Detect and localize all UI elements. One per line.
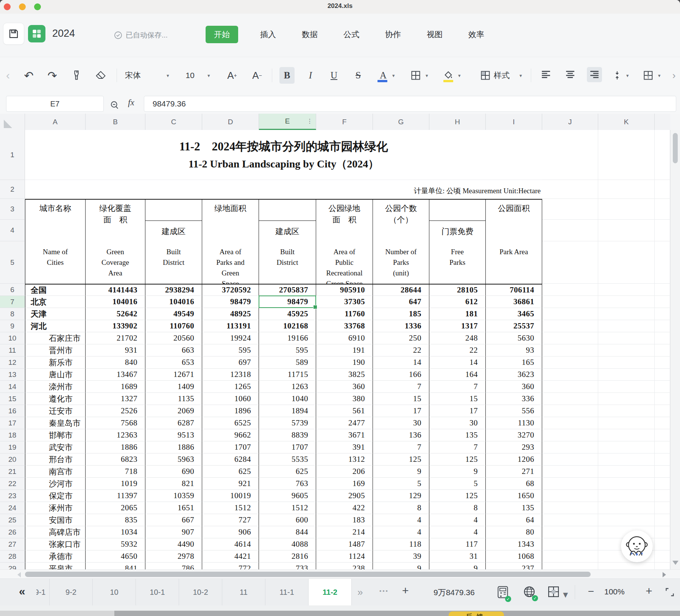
empty-cell[interactable] xyxy=(598,180,655,199)
empty-cell[interactable] xyxy=(598,563,655,569)
empty-cell[interactable] xyxy=(598,429,655,441)
city-name-cell[interactable]: 遵化市 xyxy=(25,393,86,405)
empty-cell[interactable] xyxy=(655,441,670,453)
row-header-28[interactable]: 28 xyxy=(0,550,25,563)
value-cell[interactable]: 190 xyxy=(316,356,373,369)
document-name[interactable]: 2024 xyxy=(52,28,75,39)
next-sheets-button[interactable]: » xyxy=(357,586,363,598)
value-cell[interactable]: 15 xyxy=(429,393,486,405)
value-cell[interactable]: 6910 xyxy=(316,332,373,344)
value-cell[interactable]: 113191 xyxy=(202,320,259,332)
value-cell[interactable]: 422 xyxy=(316,502,373,514)
increase-font-button[interactable]: A+ xyxy=(223,67,241,84)
column-header-C[interactable]: C xyxy=(145,114,202,130)
empty-cell[interactable] xyxy=(542,308,598,320)
sheet-list-button[interactable]: … xyxy=(379,583,388,594)
value-cell[interactable]: 7 xyxy=(373,381,429,393)
zoom-selection-button[interactable] xyxy=(108,97,121,114)
value-cell[interactable]: 697 xyxy=(202,356,259,369)
value-cell[interactable]: 625 xyxy=(259,466,316,478)
calculation-status-button[interactable]: ✓ xyxy=(497,586,508,600)
value-cell[interactable]: 556 xyxy=(486,405,542,417)
value-cell[interactable]: 3720592 xyxy=(202,284,259,296)
sheet-title-cell[interactable]: 11-2 2024年按城市分列的城市园林绿化11-2 Urban Landsca… xyxy=(25,130,542,180)
value-cell[interactable]: 10359 xyxy=(145,490,202,502)
row-header-19[interactable]: 19 xyxy=(0,441,25,453)
city-name-cell[interactable]: 武安市 xyxy=(25,441,86,453)
bold-button[interactable]: B xyxy=(279,67,295,84)
zoom-level[interactable]: 100% xyxy=(604,587,625,596)
value-cell[interactable]: 1135 xyxy=(145,393,202,405)
empty-cell[interactable] xyxy=(655,356,670,369)
sheet-tab-9-2[interactable]: 9-2 xyxy=(50,579,93,606)
value-cell[interactable]: 5 xyxy=(373,478,429,490)
row-header-16[interactable]: 16 xyxy=(0,405,25,417)
city-name-cell[interactable]: 河北 xyxy=(25,320,86,332)
value-cell[interactable]: 907 xyxy=(145,526,202,538)
row-header-11[interactable]: 11 xyxy=(0,344,25,356)
value-cell[interactable]: 821 xyxy=(145,478,202,490)
empty-cell[interactable] xyxy=(598,393,655,405)
value-cell[interactable]: 1886 xyxy=(86,441,145,453)
value-cell[interactable]: 4088 xyxy=(259,538,316,550)
status-sum-value[interactable]: 9万8479.36 xyxy=(434,587,475,598)
borders-button[interactable] xyxy=(408,67,423,84)
sheet-tab-9-1[interactable]: 9-1 xyxy=(36,579,50,606)
empty-cell[interactable] xyxy=(655,514,670,526)
city-name-cell[interactable]: 秦皇岛市 xyxy=(25,417,86,429)
fill-color-button[interactable] xyxy=(441,67,456,84)
empty-cell[interactable] xyxy=(598,453,655,466)
value-cell[interactable]: 271 xyxy=(486,466,542,478)
empty-cell[interactable] xyxy=(655,284,670,296)
row-header-20[interactable]: 20 xyxy=(0,453,25,466)
sheet-tab-10-2[interactable]: 10-2 xyxy=(179,579,222,606)
row-header-24[interactable]: 24 xyxy=(0,502,25,514)
empty-cell[interactable] xyxy=(655,180,670,199)
value-cell[interactable]: 12363 xyxy=(86,429,145,441)
empty-cell[interactable] xyxy=(655,405,670,417)
value-cell[interactable]: 7 xyxy=(429,381,486,393)
empty-cell[interactable] xyxy=(655,429,670,441)
empty-cell[interactable] xyxy=(542,405,598,417)
city-name-cell[interactable]: 迁安市 xyxy=(25,405,86,417)
value-cell[interactable]: 1896 xyxy=(202,405,259,417)
empty-cell[interactable] xyxy=(542,429,598,441)
empty-cell[interactable] xyxy=(542,130,598,180)
value-cell[interactable]: 98479 xyxy=(202,296,259,308)
value-cell[interactable]: 1512 xyxy=(202,502,259,514)
column-header-E[interactable]: E⋮ xyxy=(259,114,316,130)
empty-cell[interactable] xyxy=(655,320,670,332)
value-cell[interactable]: 9 xyxy=(429,466,486,478)
fill-color-caret-icon[interactable]: ▾ xyxy=(458,67,461,84)
undo-button[interactable]: ↶ xyxy=(21,67,36,84)
empty-cell[interactable] xyxy=(542,490,598,502)
empty-cell[interactable] xyxy=(542,417,598,429)
empty-cell[interactable] xyxy=(598,296,655,308)
borders-caret-icon[interactable]: ▾ xyxy=(426,67,428,84)
underline-button[interactable]: U xyxy=(326,67,342,84)
value-cell[interactable]: 45925 xyxy=(259,308,316,320)
table-header-col-B[interactable]: 绿化覆盖 面 积Green Coverage Area xyxy=(86,199,145,284)
font-family-caret-icon[interactable]: ▾ xyxy=(167,67,169,84)
value-cell[interactable]: 1130 xyxy=(486,417,542,429)
city-name-cell[interactable]: 保定市 xyxy=(25,490,86,502)
empty-cell[interactable] xyxy=(542,320,598,332)
value-cell[interactable]: 5932 xyxy=(86,538,145,550)
column-header-B[interactable]: B xyxy=(86,114,145,130)
ribbon-tab-协作[interactable]: 协作 xyxy=(381,26,405,43)
empty-cell[interactable] xyxy=(598,284,655,296)
empty-cell[interactable] xyxy=(542,284,598,296)
empty-cell[interactable] xyxy=(542,514,598,526)
value-cell[interactable]: 561 xyxy=(316,405,373,417)
value-cell[interactable]: 9662 xyxy=(202,429,259,441)
nav-back-button[interactable]: ‹ xyxy=(2,67,14,84)
table-header-col-A[interactable]: 城市名称Name of Cities xyxy=(25,199,86,284)
add-sheet-button[interactable]: + xyxy=(402,584,409,597)
value-cell[interactable]: 185 xyxy=(373,308,429,320)
value-cell[interactable]: 6823 xyxy=(86,453,145,466)
font-size-caret-icon[interactable]: ▾ xyxy=(207,67,210,84)
table-header-col-E[interactable]: 建成区Built District xyxy=(259,199,316,284)
value-cell[interactable]: 5739 xyxy=(259,417,316,429)
sheet-tab-11-1[interactable]: 11-1 xyxy=(265,579,309,606)
value-cell[interactable]: 11760 xyxy=(316,308,373,320)
